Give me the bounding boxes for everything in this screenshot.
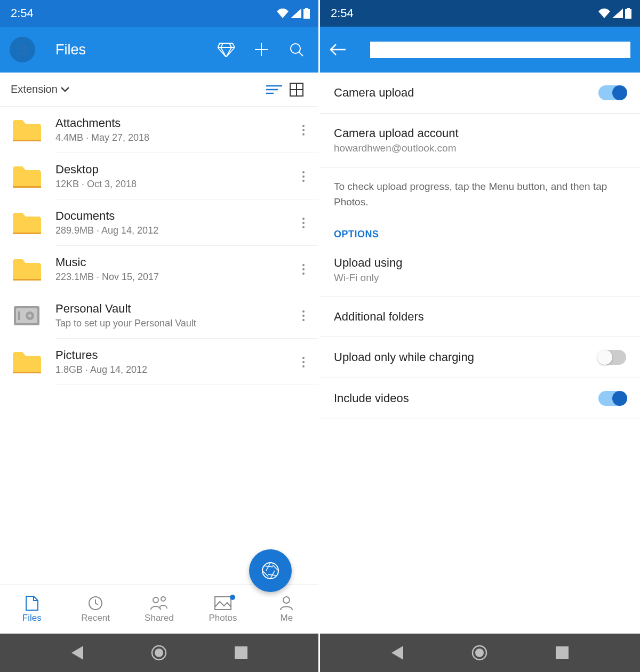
search-button[interactable] [284,42,309,57]
account-avatar[interactable] [10,37,35,62]
svg-rect-0 [303,9,310,19]
more-button[interactable] [298,357,309,367]
include-videos-toggle[interactable] [598,391,626,406]
svg-point-20 [283,597,290,603]
file-item[interactable]: Attachments4.4MB · May 27, 2018 [0,107,318,153]
file-item[interactable]: Pictures1.8GB · Aug 14, 2012 [0,339,318,385]
file-item[interactable]: Personal VaultTap to set up your Persona… [0,292,318,339]
file-meta: 289.9MB · Aug 14, 2012 [55,225,298,236]
page-title: Files [55,42,203,58]
include-videos-toggle-row[interactable]: Include videos [320,378,640,419]
signal-icon [291,9,301,18]
svg-rect-23 [235,646,247,659]
search-icon [289,42,304,57]
file-list: Attachments4.4MB · May 27, 2018Desktop12… [0,107,318,585]
grid-icon [290,83,303,97]
svg-point-12 [28,314,31,317]
camera-upload-toggle-row[interactable]: Camera upload [320,73,640,114]
svg-point-15 [262,563,278,579]
section-header-options: OPTIONS [320,221,640,243]
plus-icon [254,42,269,57]
tab-label: Files [22,613,42,623]
sort-row: Extension [0,73,318,107]
charging-toggle-row[interactable]: Upload only while charging [320,337,640,378]
phone-files-screen: 2:54 Files Extension [0,0,320,672]
android-nav-bar [320,634,640,672]
camera-upload-toggle[interactable] [598,85,626,100]
file-name: Attachments [55,116,298,130]
more-button[interactable] [298,125,309,135]
android-nav-bar [0,634,318,672]
file-name: Desktop [55,163,298,177]
photos-icon [214,596,232,611]
setting-label: Upload using [334,256,626,270]
svg-point-3 [291,44,300,53]
tab-recent[interactable]: Recent [63,585,127,634]
nav-home-icon[interactable] [471,645,487,661]
file-item[interactable]: Desktop12KB · Oct 3, 2018 [0,153,318,199]
svg-rect-13 [18,311,20,320]
setting-value: howardhwen@outlook.com [334,142,626,154]
wifi-icon [277,9,289,18]
more-button[interactable] [298,171,309,182]
file-meta: 223.1MB · Nov 15, 2017 [55,271,298,283]
more-button[interactable] [298,264,309,275]
status-bar: 2:54 [320,0,640,27]
file-name: Documents [55,209,298,223]
nav-recent-icon[interactable] [235,646,247,659]
nav-back-icon[interactable] [71,646,83,660]
more-button[interactable] [298,218,309,228]
tab-shared[interactable]: Shared [127,585,191,634]
svg-rect-1 [305,8,308,10]
sort-dropdown[interactable]: Extension [11,83,69,95]
sort-order-button[interactable] [263,85,285,94]
setting-value: Wi-Fi only [334,272,626,284]
nav-recent-icon[interactable] [556,646,569,659]
settings-list: Camera upload Camera upload account howa… [320,73,640,634]
svg-point-27 [475,649,484,657]
svg-rect-24 [625,9,631,19]
add-button[interactable] [249,42,274,57]
folder-icon [11,117,43,143]
svg-rect-5 [13,140,41,141]
tab-photos[interactable]: Photos [191,585,254,634]
file-item[interactable]: Documents289.9MB · Aug 14, 2012 [0,199,318,246]
file-name: Pictures [55,348,298,362]
setting-label: Additional folders [334,310,626,324]
scan-fab[interactable] [249,549,292,592]
status-bar: 2:54 [0,0,318,27]
wifi-icon [598,9,610,18]
chevron-down-icon [61,87,69,92]
tab-label: Me [281,613,293,623]
svg-rect-28 [556,646,569,659]
camera-upload-account-row[interactable]: Camera upload account howardhwen@outlook… [320,114,640,167]
tab-files[interactable]: Files [0,585,63,634]
setting-label: Include videos [334,391,598,405]
app-bar: Files [0,27,318,73]
camera-aperture-icon [261,562,279,580]
setting-label: Camera upload account [334,126,626,140]
svg-rect-8 [13,279,41,281]
file-item[interactable]: Music223.1MB · Nov 15, 2017 [0,246,318,292]
file-meta: 12KB · Oct 3, 2018 [55,179,298,190]
svg-rect-19 [215,597,231,610]
premium-button[interactable] [214,42,238,57]
charging-toggle[interactable] [598,350,626,365]
nav-home-icon[interactable] [151,645,167,661]
vault-icon [11,302,43,329]
back-button[interactable] [330,44,359,55]
svg-point-18 [161,597,165,601]
upload-using-row[interactable]: Upload using Wi-Fi only [320,243,640,297]
recent-icon [86,596,105,611]
svg-rect-25 [627,8,630,10]
tab-me[interactable]: Me [255,585,318,634]
setting-label: Upload only while charging [334,350,598,364]
additional-folders-row[interactable]: Additional folders [320,297,640,337]
setting-label: Camera upload [334,86,598,100]
sort-lines-icon [266,85,282,94]
view-toggle-button[interactable] [285,83,308,97]
nav-back-icon[interactable] [391,646,403,660]
more-button[interactable] [298,310,309,321]
diamond-icon [218,42,235,57]
folder-icon [11,163,43,190]
